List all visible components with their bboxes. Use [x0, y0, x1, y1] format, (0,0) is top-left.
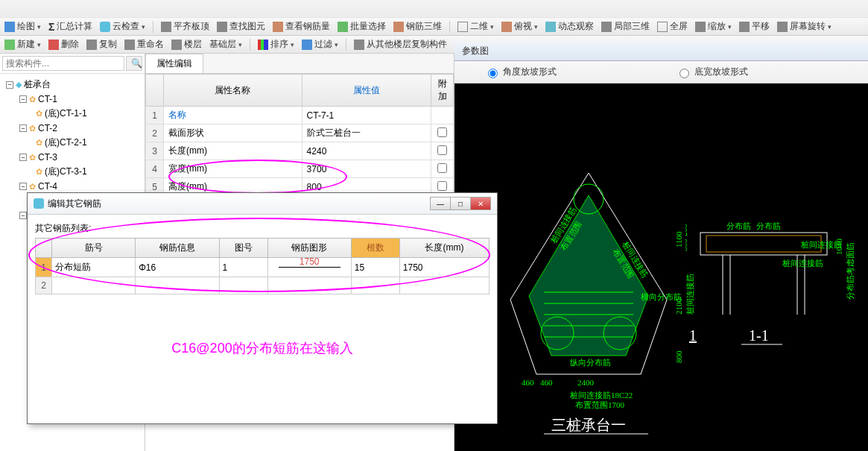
edit-other-rebar-dialog: 编辑其它钢筋 — □ ✕ 其它钢筋列表: 筋号 钢筋信息 图号 钢筋图形 根数 …	[27, 192, 498, 424]
rebar-row[interactable]: 2	[36, 277, 490, 294]
svg-text:460: 460	[522, 378, 534, 387]
pan-button[interactable]: 平移	[739, 20, 770, 33]
dialog-title: 编辑其它钢筋	[48, 198, 101, 210]
gear-icon: ✿	[29, 124, 36, 133]
svg-text:纵向分布筋: 纵向分布筋	[570, 358, 611, 367]
draw-button[interactable]: 绘图▾	[4, 20, 41, 33]
tab-property-edit[interactable]: 属性编辑	[145, 54, 203, 73]
stairs-icon	[171, 40, 182, 50]
delete-icon	[48, 40, 59, 50]
svg-text:1-1: 1-1	[749, 327, 769, 344]
find-element-button[interactable]: 查找图元	[217, 20, 265, 33]
copy-button[interactable]: 复制	[86, 38, 117, 51]
addon-checkbox[interactable]	[437, 127, 447, 137]
addon-checkbox[interactable]	[437, 145, 447, 155]
property-row[interactable]: 4宽度(mm)3700	[146, 160, 454, 178]
sum-button[interactable]: Σ汇总计算	[48, 20, 92, 33]
rename-button[interactable]: 重命名	[124, 38, 164, 51]
col-figure-number[interactable]: 图号	[219, 239, 267, 258]
cloud-check-button[interactable]: 云检查▾	[100, 20, 145, 33]
col-prop-addon: 附加	[431, 75, 454, 107]
view-rebar-button[interactable]: 查看钢筋量	[273, 20, 330, 33]
svg-text:2100: 2100	[674, 298, 683, 315]
base-layer-select[interactable]: 基础层▾	[209, 38, 242, 51]
search-icon: 🔍	[131, 58, 142, 69]
toolbar-main: 绘图▾ Σ汇总计算 云检查▾ 平齐板顶 查找图元 查看钢筋量 批量选择 钢筋三维…	[0, 18, 868, 36]
copy-from-floor-button[interactable]: 从其他楼层复制构件	[354, 38, 447, 51]
level-slab-button[interactable]: 平齐板顶	[161, 20, 209, 33]
radio-bottom-width-slope[interactable]: 底宽放坡形式	[676, 66, 748, 78]
grid-icon	[354, 40, 364, 50]
topview-icon	[501, 22, 512, 32]
col-bar-shape[interactable]: 钢筋图形	[267, 239, 351, 258]
rotate-button[interactable]: 屏幕旋转▾	[777, 20, 831, 33]
floor-button[interactable]: 楼层	[171, 38, 202, 51]
svg-text:1100: 1100	[674, 231, 683, 247]
addon-checkbox[interactable]	[437, 181, 447, 191]
svg-text:三桩承台一: 三桩承台一	[551, 417, 626, 433]
radio-angle-slope[interactable]: 角度放坡形式	[484, 66, 557, 78]
col-bar-number[interactable]: 筋号	[52, 239, 136, 258]
svg-text:200: 200	[685, 224, 688, 236]
col-count[interactable]: 根数	[351, 239, 399, 258]
col-prop-value: 属性值	[302, 75, 431, 107]
svg-text:分布筋考虑面筋: 分布筋考虑面筋	[846, 242, 855, 300]
gear-icon: ✿	[36, 138, 42, 148]
dialog-icon	[34, 198, 44, 209]
batch-icon	[338, 22, 348, 32]
tree-item-child[interactable]: ✿(底)CT-1-1	[3, 106, 142, 122]
close-button[interactable]: ✕	[470, 197, 491, 210]
rebar-3d-button[interactable]: 钢筋三维	[393, 20, 442, 33]
search-input[interactable]	[2, 56, 124, 71]
divider	[250, 39, 250, 51]
gear-icon: ✿	[29, 182, 36, 192]
delete-button[interactable]: 删除	[48, 38, 79, 51]
rename-icon	[124, 40, 135, 50]
addon-checkbox[interactable]	[437, 163, 447, 173]
zoom-icon	[695, 22, 706, 32]
two-d-button[interactable]: 二维▾	[457, 20, 494, 33]
annotation-text: C16@200的分布短筋在这输入	[35, 339, 490, 357]
tree-item[interactable]: −✿CT-2	[3, 122, 142, 135]
tree-item-child[interactable]: ✿(底)CT-3-1	[3, 164, 142, 180]
svg-text:桩间连接筋18C22: 桩间连接筋18C22	[569, 391, 633, 400]
orbit-button[interactable]: 动态观察	[545, 20, 594, 33]
tree-item[interactable]: −✿CT-1	[3, 92, 142, 106]
property-row[interactable]: 1名称CT-7-1	[146, 107, 454, 124]
new-button[interactable]: 新建▾	[4, 38, 41, 51]
local-3d-button[interactable]: 局部三维	[601, 20, 650, 33]
property-row[interactable]: 3长度(mm)4240	[146, 142, 454, 160]
sigma-icon: Σ	[48, 21, 54, 33]
sort-icon	[258, 40, 268, 50]
new-icon	[4, 40, 15, 50]
divider	[346, 39, 346, 51]
fullscreen-icon	[657, 22, 668, 32]
filter-button[interactable]: 过滤▾	[302, 38, 338, 51]
gear-icon: ✿	[29, 153, 36, 163]
tree-item-child[interactable]: ✿(底)CT-2-1	[3, 135, 142, 151]
minimize-button[interactable]: —	[430, 197, 451, 210]
tree-item[interactable]: −✿CT-4	[3, 180, 142, 193]
fullscreen-button[interactable]: 全屏	[657, 20, 688, 33]
pencil-icon	[4, 22, 15, 32]
local3d-icon	[601, 22, 612, 32]
property-row[interactable]: 2截面形状阶式三桩台一	[146, 124, 454, 142]
maximize-button[interactable]: □	[450, 197, 471, 210]
gear-icon: ✿	[36, 167, 42, 177]
rebar-row[interactable]: 1分布短筋Φ1611750151750	[36, 258, 490, 277]
search-button[interactable]: 🔍	[126, 56, 142, 71]
top-view-button[interactable]: 俯视▾	[501, 20, 538, 33]
col-bar-info[interactable]: 钢筋信息	[136, 239, 219, 258]
rotate-icon	[777, 22, 788, 32]
col-length[interactable]: 长度(mm)	[399, 239, 489, 258]
sort-button[interactable]: 排序▾	[258, 38, 294, 51]
tree-item[interactable]: −✿CT-3	[3, 151, 142, 164]
batch-select-button[interactable]: 批量选择	[338, 20, 386, 33]
drawing-canvas[interactable]: 桩间连接筋 布置范围 桩间连接筋 布置范围 横向分布筋 纵向分布筋 1100 2…	[454, 83, 868, 451]
svg-text:2400: 2400	[577, 378, 595, 387]
tree-root[interactable]: −◆桩承台	[3, 77, 142, 92]
svg-text:分布筋: 分布筋	[726, 221, 751, 230]
slab-icon	[161, 22, 171, 32]
zoom-button[interactable]: 缩放▾	[695, 20, 732, 33]
2d-icon	[457, 22, 468, 32]
